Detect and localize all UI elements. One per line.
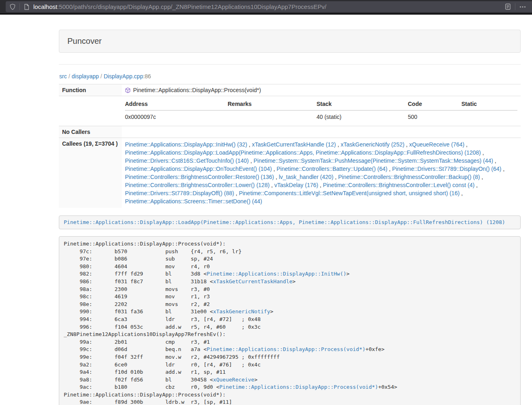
callees-label: Callees (19, Σ=3704 ) <box>59 138 122 208</box>
highlighted-symbol-box: Pinetime::Applications::DisplayApp::Load… <box>59 215 521 229</box>
col-remarks: Remarks <box>228 99 317 110</box>
callee-link[interactable]: vTaskDelay (176) <box>274 182 318 188</box>
highlighted-symbol-link[interactable]: Pinetime::Applications::DisplayApp::Load… <box>64 219 505 225</box>
function-name: Pinetime::Applications::DisplayApp::Proc… <box>133 87 261 93</box>
callee-link[interactable]: Pinetime::Controllers::BrightnessControl… <box>125 174 274 180</box>
url-text: localhost:5000/path/src/displayapp/Displ… <box>33 3 504 10</box>
callee-link[interactable]: Pinetime::Applications::DisplayApp::OnTo… <box>125 166 272 172</box>
breadcrumb-link[interactable]: DisplayApp.cpp <box>103 73 143 80</box>
value-address: 0x0000097c <box>125 110 228 123</box>
asm-symbol-link[interactable]: Pinetime::Applications::DisplayApp::Init… <box>207 271 346 277</box>
col-stack: Stack <box>317 99 408 110</box>
col-address: Address <box>125 99 228 110</box>
details-header-row: Address Remarks Stack Code Static <box>125 99 517 110</box>
asm-symbol-link[interactable]: xQueueReceive <box>213 377 254 383</box>
asm-symbol-link[interactable]: xTaskGetCurrentTaskHandle <box>213 278 293 284</box>
breadcrumb: src/displayapp/DisplayApp.cpp:86 <box>59 73 521 80</box>
callee-link[interactable]: Pinetime::Drivers::St7789::DisplayOff() … <box>125 190 234 196</box>
callees-list: Pinetime::Applications::DisplayApp::Init… <box>122 138 521 208</box>
callee-link[interactable]: Pinetime::Controllers::BrightnessControl… <box>125 182 269 188</box>
function-info-table: Function Pinetime::Applications::Display… <box>59 84 521 208</box>
function-label: Function <box>59 84 122 96</box>
callee-link[interactable]: Pinetime::Applications::DisplayApp::Init… <box>125 141 247 148</box>
urlbar-divider <box>19 3 20 10</box>
table-row-no-callers: No Callers <box>59 126 521 138</box>
callee-link[interactable]: Pinetime::Applications::DisplayApp::Load… <box>125 149 481 156</box>
breadcrumb-link[interactable]: displayapp <box>72 73 99 80</box>
actions-divider <box>515 3 515 10</box>
url-bar[interactable]: localhost:5000/path/src/displayapp/Displ… <box>6 1 532 12</box>
table-row-details: Address Remarks Stack Code Static 0x0000… <box>59 96 521 126</box>
value-static <box>461 110 517 123</box>
value-code: 500 <box>408 110 461 123</box>
page-title: Puncover <box>67 37 102 45</box>
details-inner-table: Address Remarks Stack Code Static 0x0000… <box>125 99 517 123</box>
asm-symbol-link[interactable]: Pinetime::Applications::DisplayApp::Proc… <box>220 384 378 390</box>
value-remarks <box>228 110 317 123</box>
callee-link[interactable]: Pinetime::Drivers::St7789::DisplayOn() (… <box>392 166 501 172</box>
callee-link[interactable]: Pinetime::Applications::Screens::Timer::… <box>125 198 262 205</box>
page-actions-kebab-icon[interactable] <box>519 4 528 10</box>
asm-symbol-link[interactable]: Pinetime::Applications::DisplayApp::Proc… <box>207 346 365 352</box>
url-path: :5000/path/src/displayapp/DisplayApp.cpp… <box>57 3 326 10</box>
value-stack: 40 (static) <box>317 110 408 123</box>
breadcrumb-line-number: :86 <box>143 73 151 80</box>
callee-link[interactable]: Pinetime::Controllers::Battery::Update()… <box>277 166 388 172</box>
main-content: Puncover src/displayapp/DisplayApp.cpp:8… <box>59 30 521 405</box>
callee-link[interactable]: Pinetime::Drivers::Cst816S::GetTouchInfo… <box>125 157 249 164</box>
assembly-listing: Pinetime::Applications::DisplayApp::Proc… <box>59 236 521 405</box>
table-row-function: Function Pinetime::Applications::Display… <box>59 84 521 96</box>
col-static: Static <box>461 99 517 110</box>
callee-link[interactable]: Pinetime::System::SystemTask::PushMessag… <box>254 157 493 164</box>
callee-link[interactable]: Pinetime::Controllers::BrightnessControl… <box>323 182 474 188</box>
details-value-row: 0x0000097c 40 (static) 500 <box>125 110 517 123</box>
callee-link[interactable]: lv_task_handler (420) <box>279 174 334 180</box>
shield-icon[interactable] <box>9 4 16 10</box>
package-cube-icon <box>125 87 131 93</box>
callee-link[interactable]: xTaskGetCurrentTaskHandle (12) <box>252 141 336 148</box>
callee-link[interactable]: xQueueReceive (764) <box>409 141 464 148</box>
asm-symbol-link[interactable]: xTaskGenericNotify <box>213 308 270 315</box>
page-icon[interactable] <box>24 4 30 10</box>
app-header-panel: Puncover <box>59 30 521 53</box>
header-divider <box>59 64 521 65</box>
col-code: Code <box>408 99 461 110</box>
callee-link[interactable]: xTaskGenericNotify (252) <box>340 141 404 148</box>
browser-toolbar: localhost:5000/path/src/displayapp/Displ… <box>0 0 532 13</box>
reader-mode-icon[interactable] <box>504 3 511 10</box>
no-callers-label: No Callers <box>59 126 122 138</box>
breadcrumb-link[interactable]: src <box>59 73 67 80</box>
callee-link[interactable]: Pinetime::Controllers::BrightnessControl… <box>338 174 480 180</box>
url-host: localhost <box>33 3 57 10</box>
table-row-callees: Callees (19, Σ=3704 ) Pinetime::Applicat… <box>59 138 521 208</box>
window-content-divider <box>0 13 532 15</box>
callee-link[interactable]: Pinetime::Components::LittleVgl::SetNewT… <box>239 190 460 196</box>
